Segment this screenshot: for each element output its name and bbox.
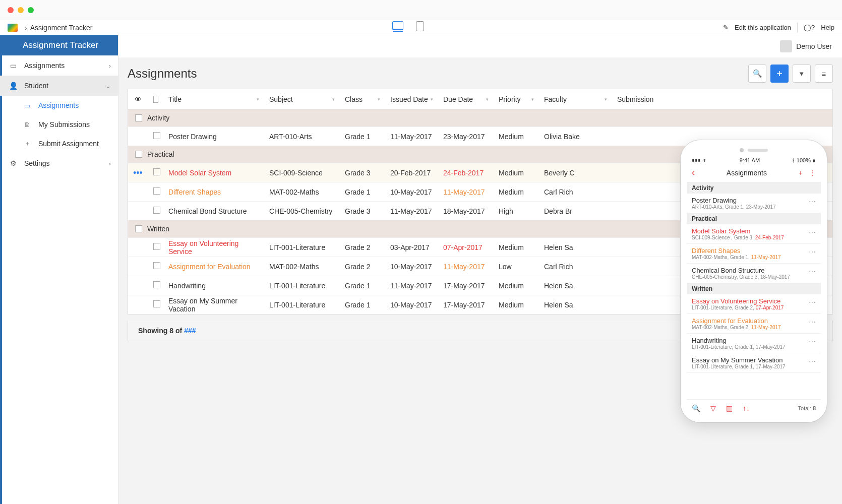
sidebar-sub-submit-assignment[interactable]: ＋ Submit Assignment bbox=[0, 134, 118, 153]
sidebar-item-settings[interactable]: ⚙ Settings › bbox=[0, 153, 118, 173]
phone-preview: ▮▮▮ ᯤ 9:41 AM ᚼ 100% ▮ ‹ Assignments + ⋮… bbox=[681, 140, 827, 422]
edit-application-link[interactable]: Edit this application bbox=[735, 24, 791, 31]
column-faculty[interactable]: Faculty▾ bbox=[539, 95, 612, 103]
phone-sort-icon[interactable]: ↑↓ bbox=[743, 404, 750, 412]
phone-item-more[interactable]: ⋯ bbox=[809, 298, 816, 306]
phone-add-button[interactable]: + bbox=[799, 169, 803, 177]
checkbox[interactable] bbox=[153, 207, 160, 214]
gear-icon: ⚙ bbox=[8, 159, 18, 167]
phone-search-icon[interactable]: 🔍 bbox=[692, 404, 700, 412]
column-subject[interactable]: Subject▾ bbox=[264, 95, 340, 103]
phone-group-icon[interactable]: ▥ bbox=[726, 404, 733, 412]
cell-due: 17-May-2017 bbox=[438, 301, 494, 309]
sidebar: Assignment Tracker ▭ Assignments › 👤 Stu… bbox=[0, 35, 118, 504]
phone-item-more[interactable]: ⋯ bbox=[809, 268, 816, 276]
sort-icon[interactable]: ▾ bbox=[431, 97, 433, 102]
cell-due: 23-May-2017 bbox=[438, 133, 494, 141]
cell-class: Grade 2 bbox=[340, 263, 385, 271]
column-visibility[interactable]: 👁 bbox=[128, 95, 148, 103]
phone-item[interactable]: Chemical Bond Structure CHE-005-Chemistr… bbox=[687, 264, 821, 283]
cell-priority: Medium bbox=[494, 243, 539, 251]
sidebar-sub-assignments[interactable]: ▭ Assignments bbox=[0, 96, 118, 115]
phone-item-more[interactable]: ⋯ bbox=[809, 198, 816, 206]
phone-item[interactable]: Essay on Volunteering Service LIT-001-Li… bbox=[687, 294, 821, 314]
user-icon: 👤 bbox=[8, 82, 18, 90]
help-icon: ◯? bbox=[804, 24, 815, 31]
phone-item-more[interactable]: ⋯ bbox=[809, 357, 816, 365]
phone-filter-icon[interactable]: ▽ bbox=[710, 404, 716, 412]
app-logo-icon bbox=[8, 24, 18, 32]
sidebar-item-student[interactable]: 👤 Student ⌄ bbox=[0, 76, 118, 96]
phone-item[interactable]: Assignment for Evaluation MAT-002-Maths,… bbox=[687, 314, 821, 334]
sort-icon[interactable]: ▾ bbox=[605, 97, 607, 102]
filter-button[interactable]: ▾ bbox=[793, 65, 811, 83]
device-desktop-icon[interactable] bbox=[392, 21, 403, 30]
phone-item[interactable]: Essay on My Summer Vacation LIT-001-Lite… bbox=[687, 353, 821, 373]
checkbox[interactable] bbox=[153, 281, 160, 288]
column-issued[interactable]: Issued Date▾ bbox=[385, 95, 438, 103]
window-minimize[interactable] bbox=[18, 7, 24, 13]
checkbox[interactable] bbox=[153, 300, 160, 307]
phone-item-title: Different Shapes bbox=[692, 247, 816, 255]
group-activity[interactable]: Activity bbox=[128, 109, 832, 127]
checkbox[interactable] bbox=[135, 225, 142, 232]
window-close[interactable] bbox=[8, 7, 14, 13]
sort-icon[interactable]: ▾ bbox=[378, 97, 380, 102]
phone-item[interactable]: Model Solar System SCI-009-Science , Gra… bbox=[687, 224, 821, 244]
column-select-all[interactable] bbox=[148, 96, 163, 103]
phone-item[interactable]: Different Shapes MAT-002-Maths, Grade 1,… bbox=[687, 244, 821, 264]
add-button[interactable]: + bbox=[770, 65, 789, 83]
phone-item-more[interactable]: ⋯ bbox=[809, 248, 816, 256]
phone-item-more[interactable]: ⋯ bbox=[809, 338, 816, 346]
sort-icon[interactable]: ▾ bbox=[486, 97, 489, 102]
sidebar-item-label: Assignments bbox=[24, 61, 65, 70]
checkbox[interactable] bbox=[153, 262, 160, 269]
menu-icon: ≡ bbox=[822, 70, 826, 78]
help-link[interactable]: Help bbox=[821, 24, 834, 31]
cell-subject: LIT-001-Literature bbox=[264, 243, 340, 251]
breadcrumb-app[interactable]: Assignment Tracker bbox=[30, 24, 93, 32]
checkbox[interactable] bbox=[153, 243, 160, 250]
phone-section-activity: Activity bbox=[687, 182, 821, 194]
phone-item-more[interactable]: ⋯ bbox=[809, 318, 816, 326]
cell-due: 24-Feb-2017 bbox=[438, 169, 494, 177]
phone-item[interactable]: Handwriting LIT-001-Literature, Grade 1,… bbox=[687, 334, 821, 353]
phone-item-more[interactable]: ⋯ bbox=[809, 228, 816, 236]
search-button[interactable]: 🔍 bbox=[748, 65, 766, 83]
checkbox[interactable] bbox=[153, 96, 158, 103]
column-due[interactable]: Due Date▾ bbox=[438, 95, 494, 103]
sort-icon[interactable]: ▾ bbox=[531, 97, 534, 102]
cell-faculty: Helen Sa bbox=[539, 243, 612, 251]
phone-battery: 100% bbox=[797, 157, 811, 163]
checkbox[interactable] bbox=[135, 151, 142, 158]
checkbox[interactable] bbox=[135, 114, 142, 121]
window-maximize[interactable] bbox=[28, 7, 34, 13]
column-priority[interactable]: Priority▾ bbox=[494, 95, 539, 103]
checkbox[interactable] bbox=[153, 132, 160, 139]
footer-placeholder: ### bbox=[184, 327, 196, 335]
sort-icon[interactable]: ▾ bbox=[257, 97, 259, 102]
column-title[interactable]: Title▾ bbox=[163, 95, 264, 103]
cell-priority: Medium bbox=[494, 169, 539, 177]
avatar[interactable] bbox=[780, 40, 792, 52]
phone-more-button[interactable]: ⋮ bbox=[809, 169, 816, 177]
cell-due: 11-May-2017 bbox=[438, 188, 494, 196]
column-class[interactable]: Class▾ bbox=[340, 95, 385, 103]
user-name[interactable]: Demo User bbox=[796, 42, 832, 50]
document-icon: 🗎 bbox=[24, 121, 33, 129]
checkbox[interactable] bbox=[153, 168, 160, 175]
sidebar-item-assignments[interactable]: ▭ Assignments › bbox=[0, 55, 118, 76]
menu-button[interactable]: ≡ bbox=[815, 65, 833, 83]
cell-title: Different Shapes bbox=[163, 188, 264, 196]
phone-item[interactable]: Poster Drawing ART-010-Arts, Grade 1, 23… bbox=[687, 194, 821, 213]
column-submission[interactable]: Submission bbox=[612, 95, 832, 103]
checkbox[interactable] bbox=[153, 187, 160, 195]
sidebar-sub-my-submissions[interactable]: 🗎 My Submissions bbox=[0, 115, 118, 134]
cell-subject: CHE-005-Chemistry bbox=[264, 207, 340, 215]
window-chrome bbox=[0, 0, 842, 20]
row-more-icon[interactable]: ••• bbox=[133, 168, 143, 178]
device-tablet-icon[interactable] bbox=[416, 21, 424, 31]
sort-icon[interactable]: ▾ bbox=[332, 97, 335, 102]
phone-back-button[interactable]: ‹ bbox=[692, 167, 695, 178]
phone-nav: ‹ Assignments + ⋮ bbox=[687, 163, 821, 182]
